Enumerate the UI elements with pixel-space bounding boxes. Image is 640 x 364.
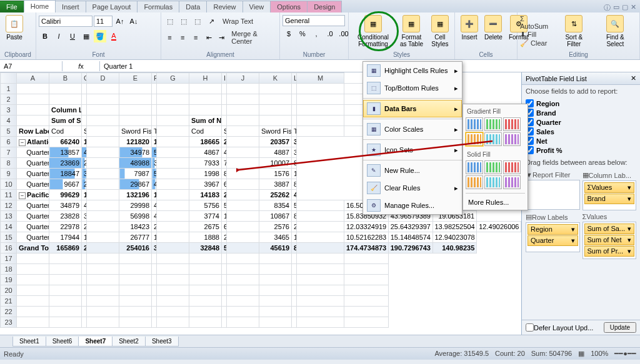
sheet-tab-sheet1[interactable]: Sheet1 (12, 337, 46, 347)
swatch-solid-purple[interactable] (503, 175, 521, 189)
defer-checkbox[interactable] (526, 323, 534, 332)
tab-page-layout[interactable]: Page Layout (86, 1, 138, 12)
align-bot-icon[interactable]: ⬚ (191, 15, 204, 27)
area-report-box[interactable] (526, 180, 580, 210)
inc-dec-icon[interactable]: .0 (324, 27, 336, 40)
tab-options[interactable]: Options (270, 1, 308, 12)
border-icon[interactable]: ▦ (80, 30, 92, 42)
maximize-icon[interactable]: ▢ (622, 3, 628, 12)
area-vals-box[interactable]: Sum of Sa...▾ Sum of Net▾ Sum of Pr...▾ (582, 222, 637, 259)
sheet-tab-sheet3[interactable]: Sheet3 (145, 337, 179, 347)
tab-data[interactable]: Data (179, 1, 207, 12)
align-top-icon[interactable]: ⬚ (164, 15, 176, 27)
close-icon[interactable]: ✕ (631, 3, 636, 12)
swatch-solid-cyan[interactable] (484, 175, 502, 189)
fx-icon[interactable]: fx (78, 62, 84, 70)
percent-icon[interactable]: % (296, 27, 309, 40)
swatch-grad-purple[interactable] (503, 132, 521, 146)
tab-view[interactable]: View (242, 1, 271, 12)
tab-file[interactable]: File (0, 1, 24, 12)
mi-iconsets[interactable]: ★Icon Sets▸ (363, 141, 462, 159)
mi-newrule[interactable]: ✎New Rule... (363, 162, 462, 179)
field-brand[interactable]: Brand (526, 108, 636, 117)
pill-values[interactable]: Σ Values▾ (584, 182, 635, 193)
sub-more-rules[interactable]: More Rules... (466, 197, 525, 207)
align-right-icon[interactable]: ≡ (190, 31, 202, 44)
tab-home[interactable]: Home (24, 0, 56, 12)
tab-insert[interactable]: Insert (55, 1, 86, 12)
sort-filter-button[interactable]: ⇅Sort & Filter (554, 14, 594, 49)
number-format[interactable] (282, 15, 345, 26)
font-color-icon[interactable]: A (108, 30, 120, 42)
help-icon[interactable]: ⓘ (604, 3, 611, 12)
swatch-solid-blue[interactable] (466, 160, 483, 174)
swatch-grad-blue[interactable] (466, 117, 483, 131)
field-net[interactable]: Net (526, 136, 636, 145)
delete-cells-button[interactable]: ➖Delete (481, 14, 506, 42)
swatch-grad-red[interactable] (503, 117, 521, 131)
currency-icon[interactable]: $ (282, 27, 295, 40)
clear[interactable]: 🧹 Clear (520, 39, 554, 47)
conditional-formatting-button[interactable]: ▦Conditional Formatting (351, 14, 395, 49)
comma-icon[interactable]: , (310, 27, 322, 40)
format-as-table-button[interactable]: ▦Format as Table (395, 14, 428, 49)
view-normal-icon[interactable]: ▦ (578, 350, 584, 358)
panel-close-icon[interactable]: ✕ (631, 74, 636, 82)
update-button[interactable]: Update (604, 322, 636, 333)
align-left-icon[interactable]: ≡ (164, 31, 176, 44)
align-center-icon[interactable]: ≡ (177, 31, 189, 44)
dec-dec-icon[interactable]: .00 (338, 27, 350, 40)
shrink-font-icon[interactable]: A↓ (128, 15, 140, 27)
mi-clear[interactable]: 🧹Clear Rules▸ (363, 179, 462, 197)
field-profit %[interactable]: Profit % (526, 145, 636, 155)
swatch-grad-green[interactable] (484, 117, 502, 131)
cell-styles-button[interactable]: ▦Cell Styles (428, 14, 452, 49)
pill-sum-sa[interactable]: Sum of Sa...▾ (584, 224, 635, 234)
tab-design[interactable]: Design (307, 1, 342, 12)
mi-colorscales[interactable]: ▦Color Scales▸ (363, 121, 462, 138)
tab-review[interactable]: Review (206, 1, 242, 12)
insert-cells-button[interactable]: ➕Insert (458, 14, 481, 42)
swatch-solid-red[interactable] (503, 160, 521, 174)
area-cols-box[interactable]: Σ Values▾ Brand▾ (582, 180, 637, 210)
autosum[interactable]: Σ AutoSum (520, 15, 554, 30)
pill-quarter[interactable]: Quarter▾ (528, 235, 578, 246)
bold-icon[interactable]: B (39, 30, 51, 42)
font-name[interactable] (39, 16, 92, 27)
pill-sum-net[interactable]: Sum of Net▾ (584, 235, 635, 245)
italic-icon[interactable]: I (52, 30, 65, 42)
mi-databars[interactable]: ▮Data Bars▸ (363, 100, 462, 117)
grow-font-icon[interactable]: A↑ (114, 15, 126, 27)
pill-brand[interactable]: Brand▾ (584, 194, 635, 204)
orientation-icon[interactable]: ↗ (205, 15, 218, 27)
mi-highlight[interactable]: ▦Highlight Cells Rules▸ (363, 62, 462, 79)
fill-color-icon[interactable]: 🪣 (94, 30, 106, 42)
fill[interactable]: ⬇ Fill (520, 31, 554, 39)
mi-topbottom[interactable]: ⬚Top/Bottom Rules▸ (363, 79, 462, 97)
field-sales[interactable]: Sales (526, 127, 636, 136)
underline-icon[interactable]: U (66, 30, 79, 42)
swatch-solid-orange[interactable] (466, 175, 483, 189)
minimize-icon[interactable]: ▭ (613, 3, 619, 12)
sheet-tab-sheet7[interactable]: Sheet7 (78, 337, 112, 347)
swatch-grad-cyan[interactable] (484, 132, 502, 146)
sheet-tab-sheet2[interactable]: Sheet2 (112, 337, 146, 347)
find-select-button[interactable]: 🔍Find & Select (594, 14, 637, 49)
indent-inc-icon[interactable]: ⇥ (216, 31, 228, 44)
mi-manage[interactable]: ⚙Manage Rules... (363, 197, 462, 214)
swatch-solid-green[interactable] (484, 160, 502, 174)
zoom-slider[interactable]: ━━●━━ (614, 350, 636, 358)
swatch-grad-orange[interactable] (466, 132, 483, 146)
merge-center[interactable]: Merge & Center (231, 30, 277, 45)
tab-formulas[interactable]: Formulas (137, 1, 179, 12)
indent-dec-icon[interactable]: ⇤ (203, 31, 215, 44)
align-mid-icon[interactable]: ⬚ (178, 15, 190, 27)
field-region[interactable]: Region (526, 99, 636, 108)
field-quarter[interactable]: Quarter (526, 117, 636, 127)
sheet-tab-sheet6[interactable]: Sheet6 (46, 337, 79, 347)
paste-button[interactable]: 📋Paste (2, 14, 26, 42)
pill-region[interactable]: Region▾ (528, 224, 578, 235)
font-size[interactable] (94, 16, 112, 27)
pill-sum-pr[interactable]: Sum of Pr...▾ (584, 246, 635, 257)
wrap-text[interactable]: Wrap Text (222, 17, 253, 25)
